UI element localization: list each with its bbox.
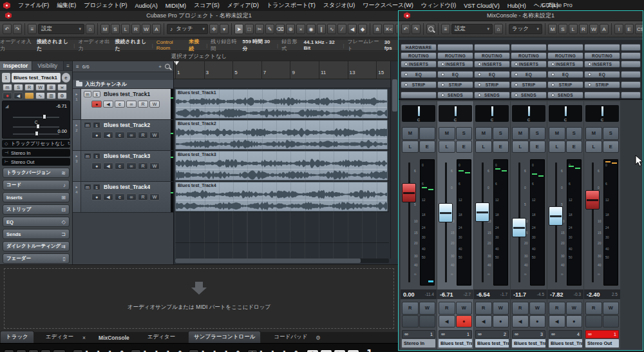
rack-strip-ch1[interactable]: STRIP (401, 81, 437, 88)
pane-tab-2[interactable]: エディター (41, 331, 79, 343)
inspector-section-2[interactable]: コード♪ (3, 180, 70, 190)
stereo-link-row[interactable]: ∞1 (402, 330, 435, 338)
find-channel-icon[interactable] (426, 24, 435, 34)
track-mute-button[interactable]: m (84, 91, 91, 97)
rack-eq-ch5[interactable]: EQ (547, 71, 583, 78)
record-arm-button[interactable]: ● (529, 315, 546, 328)
stop-button[interactable]: ■ (320, 349, 332, 352)
edit-button[interactable]: E (566, 141, 583, 153)
vertical-scrollbar[interactable] (390, 61, 398, 259)
track-read-button[interactable]: R (138, 193, 148, 200)
channel-strip-stereo-in-1[interactable]: CMLE6051015203040∞061218243040500.00-11.… (401, 101, 437, 349)
read-button[interactable]: R (439, 302, 455, 315)
mix-view-e-button[interactable]: E (625, 24, 634, 34)
audio-event-3[interactable]: Blues test_Track3 (175, 151, 388, 181)
rack-strip-ch6[interactable]: STRIP (584, 81, 620, 88)
channel-name[interactable]: Blues test_Track (549, 339, 582, 347)
menu-item-3[interactable]: プロジェクト(P) (80, 0, 131, 11)
track-name[interactable]: Blues test_Track1 (104, 91, 150, 97)
inspector-menu-icon[interactable]: ≡ (64, 61, 72, 70)
rack-sends-ch3[interactable]: SENDS (474, 92, 510, 99)
toolbar-setup-icon[interactable]: ≡ (28, 24, 37, 34)
mix-view-cs-button[interactable]: CS (635, 24, 643, 34)
draw-tool[interactable]: ∿ (327, 24, 336, 34)
stereo-link-row[interactable]: ∞2 (475, 330, 509, 338)
rack-strip-ch5[interactable]: STRIP (547, 81, 583, 88)
fader-handle[interactable] (512, 218, 526, 237)
read-button[interactable]: R (512, 302, 529, 315)
track-read-button[interactable]: R (138, 162, 148, 170)
monitor-button[interactable]: ◀ (439, 315, 455, 328)
track-record-arm-button[interactable]: ● (91, 193, 102, 200)
solo-button[interactable]: S (603, 127, 620, 140)
fader-value[interactable]: -2.40 (587, 291, 600, 298)
automation-s-button[interactable]: S (111, 24, 120, 34)
vertical-scrollbar-thumb[interactable] (392, 79, 397, 112)
edit-channel-button[interactable]: e (62, 73, 70, 83)
object-selection-tool[interactable]: ➤ (234, 24, 243, 34)
pan-control[interactable]: C (549, 105, 582, 122)
automation-m-button[interactable]: M (100, 24, 109, 34)
track-edit-button[interactable]: e (115, 162, 125, 170)
read-button[interactable]: R (402, 302, 419, 315)
solo-button[interactable]: S (493, 127, 509, 140)
track-name[interactable]: Blues test_Track2 (104, 122, 150, 128)
track-edit-button[interactable]: e (115, 101, 125, 108)
channel-name[interactable]: Blues test_Track (512, 339, 545, 347)
freeze-button[interactable]: ≍ (57, 84, 67, 91)
mix-automation-a-button[interactable]: A (600, 24, 609, 34)
time-display-icon-3[interactable]: ⁝ (247, 349, 258, 352)
automation-a-button[interactable]: A (152, 24, 161, 34)
mixconsole-titlebar[interactable]: MixConsole - 名称未設定1 (399, 11, 643, 21)
zone-tab-3[interactable]: サンプラーコントロール (188, 331, 261, 343)
channel-name[interactable]: Blues test_Track (475, 339, 509, 347)
horizontal-scrollbar[interactable] (175, 259, 389, 263)
edit-button[interactable]: E (603, 141, 620, 153)
pane-tab-1[interactable]: トラック (0, 331, 34, 343)
channel-name[interactable]: Stereo Out (585, 339, 619, 347)
channel-strip-blues-test-track-2[interactable]: CMSLE6051015203040∞06121824304050-6.54-1… (474, 101, 510, 349)
automation-r-button[interactable]: R (131, 24, 140, 34)
time-display-icon-0[interactable]: ◰ (73, 349, 83, 352)
rack-strip-ch2[interactable]: STRIP (437, 81, 473, 88)
stereo-link-row[interactable]: ∞3 (512, 330, 545, 338)
undo-icon[interactable]: ↶ (401, 24, 410, 34)
rack-inserts-ch6[interactable]: INSERTS (584, 61, 620, 68)
track-monitor-button[interactable]: ◀ (103, 162, 113, 170)
listen-button[interactable]: L (585, 141, 602, 153)
rack-strip-ch3[interactable]: STRIP (474, 81, 510, 88)
track-solo-button[interactable]: s (93, 153, 100, 159)
channel-strip-blues-test-track-1[interactable]: CMSLE6051015203040∞06121824304050-6.71-2… (437, 101, 473, 349)
edit-button[interactable]: E (419, 141, 436, 153)
search-track-icon[interactable] (165, 64, 170, 69)
expand-track-icon[interactable]: ▸ (75, 92, 77, 96)
monitor-button[interactable]: ◀ (475, 315, 492, 328)
record-arm-button[interactable]: ● (493, 315, 509, 328)
track-record-arm-button[interactable]: ● (91, 132, 102, 139)
line-tool[interactable]: ∕ (337, 24, 346, 34)
zone-tab-1[interactable]: MixConsole (93, 333, 135, 343)
write-button[interactable]: W (529, 302, 546, 315)
track-name[interactable]: Blues test_Track4 (104, 184, 150, 190)
mute-button[interactable]: M (475, 127, 492, 140)
monitor-button[interactable]: ◀ (512, 315, 529, 328)
track-row-3[interactable]: ▸3msBlues test_Track3●◀e∞RW (73, 151, 173, 182)
lower-zone-drop-area[interactable]: オーディオサンプルまたは MIDI パートをここにドロップ (0, 264, 398, 332)
auto-grid-button[interactable]: ⊞ (46, 84, 56, 91)
folder-track-io-channels[interactable]: 入出力チャンネル (73, 80, 173, 89)
read-button[interactable]: R (585, 302, 602, 315)
menu-item-2[interactable]: 編集(E) (53, 0, 80, 11)
rack-eq-ch2[interactable]: EQ (437, 71, 473, 78)
audio-event-1[interactable]: Blues test_Track1 (175, 89, 388, 119)
record-arm-button[interactable]: ● (456, 315, 473, 328)
tab-visibility[interactable]: Visibility (32, 61, 64, 70)
mix-layout-icon[interactable]: ⌂ (494, 24, 503, 34)
menu-item-5[interactable]: MIDI(M) (162, 1, 191, 10)
track-row-2[interactable]: ▸2msBlues test_Track2●◀e∞RW (73, 120, 173, 151)
volume-slider[interactable] (43, 114, 46, 119)
rack-eq-ch3[interactable]: EQ (474, 71, 510, 78)
project-titlebar[interactable]: Cubase Pro プロジェクト - 名称未設定1 (0, 11, 398, 21)
rack-inserts-ch4[interactable]: INSERTS (511, 61, 547, 68)
pan-control[interactable]: C (512, 105, 545, 122)
rack-strip-ch4[interactable]: STRIP (511, 81, 547, 88)
